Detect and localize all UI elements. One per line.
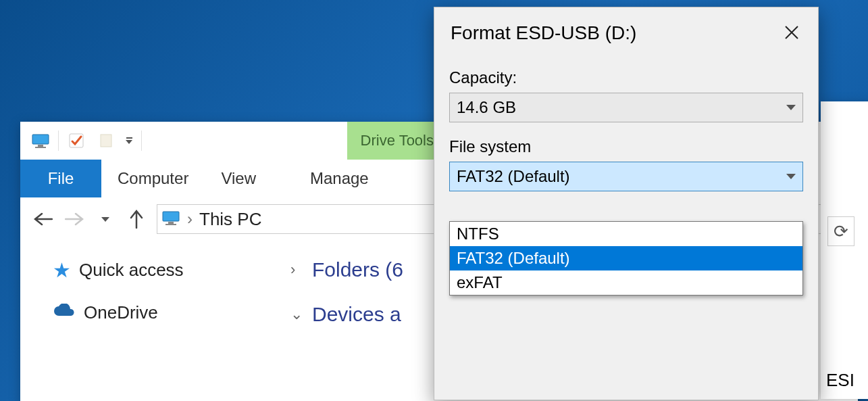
filesystem-option-exfat[interactable]: exFAT <box>450 270 802 295</box>
background-window: ⟳ ESI <box>821 101 868 399</box>
close-button[interactable] <box>782 22 802 43</box>
onedrive-icon <box>53 302 76 323</box>
format-dialog: Format ESD-USB (D:) Capacity: 14.6 GB Fi… <box>434 7 819 400</box>
tab-computer[interactable]: Computer <box>101 160 205 197</box>
tab-manage[interactable]: Manage <box>292 160 386 197</box>
chevron-down-icon <box>786 105 796 110</box>
folders-group-header[interactable]: › Folders (6 <box>290 258 403 281</box>
chevron-down-icon <box>786 174 796 179</box>
svg-rect-5 <box>163 212 179 221</box>
nav-quick-access[interactable]: ★ Quick access <box>53 258 290 282</box>
main-content-pane: › Folders (6 ⌄ Devices a <box>290 241 403 401</box>
new-folder-icon[interactable] <box>95 130 117 151</box>
tab-view[interactable]: View <box>205 160 272 197</box>
chevron-right-icon: › <box>290 261 305 279</box>
filesystem-value: FAT32 (Default) <box>457 167 570 186</box>
filesystem-label: File system <box>449 137 803 156</box>
devices-group-header[interactable]: ⌄ Devices a <box>290 303 403 326</box>
chevron-down-icon: ⌄ <box>290 306 305 323</box>
nav-forward-button[interactable] <box>63 208 85 230</box>
capacity-label: Capacity: <box>449 68 803 87</box>
recent-locations-dropdown[interactable] <box>95 208 116 230</box>
refresh-icon[interactable]: ⟳ <box>827 216 854 246</box>
svg-rect-2 <box>35 147 46 148</box>
filesystem-dropdown-list: NTFS FAT32 (Default) exFAT <box>449 221 803 296</box>
svg-rect-7 <box>165 224 176 225</box>
nav-onedrive[interactable]: OneDrive <box>53 302 290 323</box>
breadcrumb-this-pc[interactable]: This PC <box>199 209 261 230</box>
capacity-value: 14.6 GB <box>457 98 516 117</box>
svg-rect-1 <box>38 145 43 147</box>
quick-access-icon: ★ <box>53 258 71 282</box>
filesystem-select[interactable]: FAT32 (Default) <box>449 162 803 191</box>
capacity-select[interactable]: 14.6 GB <box>449 93 803 122</box>
this-pc-icon <box>30 130 51 151</box>
dialog-title: Format ESD-USB (D:) <box>451 22 636 44</box>
svg-rect-6 <box>168 222 174 224</box>
drive-tools-context-tab: Drive Tools <box>347 122 447 160</box>
breadcrumb-chevron-icon[interactable]: › <box>187 210 193 229</box>
navigation-pane: ★ Quick access OneDrive <box>20 241 290 401</box>
nav-back-button[interactable] <box>32 208 54 230</box>
partial-label: ESI <box>826 370 854 391</box>
properties-icon[interactable] <box>66 130 87 151</box>
filesystem-option-fat32[interactable]: FAT32 (Default) <box>450 246 802 270</box>
file-tab[interactable]: File <box>20 160 101 197</box>
nav-up-button[interactable] <box>126 208 147 230</box>
address-pc-icon <box>161 210 180 228</box>
qat-dropdown-icon[interactable] <box>121 130 137 151</box>
filesystem-option-ntfs[interactable]: NTFS <box>450 222 802 246</box>
drive-tools-label: Drive Tools <box>361 132 434 149</box>
svg-rect-4 <box>101 135 111 147</box>
svg-rect-0 <box>32 135 49 144</box>
